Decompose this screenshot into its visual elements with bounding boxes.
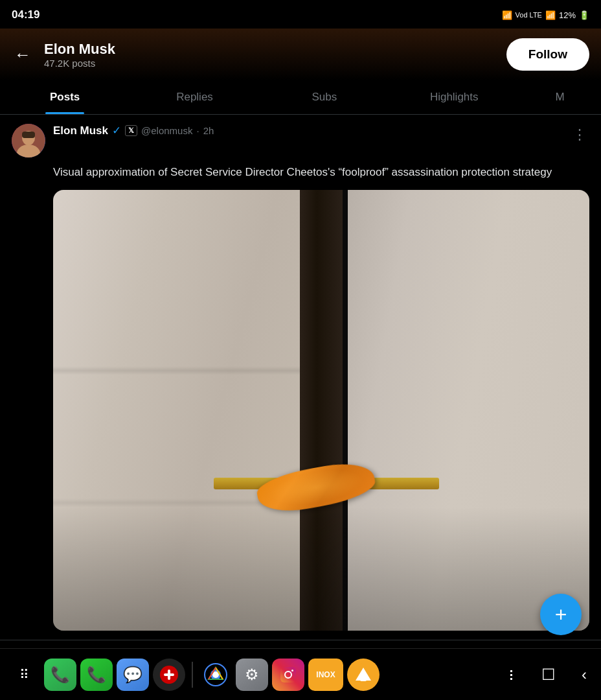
- profile-posts-count: 47.2K posts: [44, 58, 506, 69]
- signal-bars: 📶: [545, 10, 556, 20]
- author-name: Elon Musk: [53, 124, 108, 137]
- nav-controls: ⫶ ☐ ‹: [508, 666, 593, 684]
- follow-button[interactable]: Follow: [506, 38, 589, 71]
- tweet-meta: Elon Musk ✓ 𝕏 @elonmusk · 2h: [53, 124, 570, 137]
- cheeto: [257, 468, 375, 507]
- x-badge: 𝕏: [125, 125, 137, 136]
- nav-back-button[interactable]: ‹: [582, 666, 587, 684]
- signal-icon: 📶: [502, 10, 512, 20]
- tab-more[interactable]: M: [519, 80, 601, 114]
- svg-rect-10: [280, 667, 296, 682]
- back-button[interactable]: ←: [12, 42, 34, 67]
- signal-text: Vod LTE: [516, 11, 542, 19]
- battery-icon: 🔋: [579, 10, 589, 20]
- app-icon-phone[interactable]: 📞: [44, 659, 76, 691]
- app-icon-phone2[interactable]: 📞: [80, 659, 113, 691]
- app-icon-instagram[interactable]: [272, 659, 304, 691]
- app-icon-inox[interactable]: INOX: [308, 659, 343, 691]
- svg-rect-3: [22, 132, 35, 138]
- profile-tabs: Posts Replies Subs Highlights M: [0, 80, 601, 115]
- tab-posts[interactable]: Posts: [0, 80, 130, 114]
- tweet-separator: ·: [196, 125, 199, 136]
- profile-info: Elon Musk 47.2K posts: [44, 41, 506, 69]
- tweet-more-button[interactable]: ⋮: [570, 124, 589, 146]
- app-icon-messages[interactable]: 💬: [117, 659, 149, 691]
- svg-rect-15: [360, 678, 367, 681]
- tab-subs[interactable]: Subs: [260, 80, 389, 114]
- nav-menu-button[interactable]: ⫶: [508, 666, 516, 684]
- status-time: 04:19: [12, 8, 40, 21]
- battery-text: 12%: [559, 10, 576, 20]
- verified-badge: ✓: [112, 124, 121, 137]
- app-icon-chrome[interactable]: [199, 659, 232, 691]
- profile-name: Elon Musk: [44, 41, 506, 58]
- app-icons: ⠿ 📞 📞 💬 ⚙ INOX: [8, 659, 508, 691]
- bottom-navigation: ⠿ 📞 📞 💬 ⚙ INOX: [0, 648, 601, 700]
- tweet-card: Elon Musk ✓ 𝕏 @elonmusk · 2h ⋮ Visual ap…: [0, 115, 601, 640]
- tweet-text: Visual approximation of Secret Service D…: [12, 164, 589, 181]
- tab-highlights[interactable]: Highlights: [389, 80, 519, 114]
- svg-rect-6: [168, 670, 170, 680]
- tweet-author-row: Elon Musk ✓ 𝕏 @elonmusk · 2h: [53, 124, 570, 137]
- svg-point-12: [291, 670, 293, 671]
- app-icon-vlc[interactable]: [347, 659, 380, 691]
- compose-fab[interactable]: +: [540, 594, 582, 635]
- app-icon-grid[interactable]: ⠿: [8, 659, 40, 691]
- door-bottom: [53, 507, 589, 630]
- tweet-image: [53, 190, 589, 631]
- app-icon-settings[interactable]: ⚙: [236, 659, 268, 691]
- tweet-time: 2h: [203, 125, 214, 136]
- app-icon-red[interactable]: [153, 659, 185, 691]
- tweet-header: Elon Musk ✓ 𝕏 @elonmusk · 2h ⋮: [12, 124, 589, 158]
- post-image-content: [53, 190, 589, 631]
- divider: [192, 662, 193, 688]
- status-bar: 04:19 📶 Vod LTE 📶 12% 🔋: [0, 0, 601, 29]
- tab-replies[interactable]: Replies: [130, 80, 259, 114]
- avatar: [12, 124, 45, 158]
- status-icons: 📶 Vod LTE 📶 12% 🔋: [502, 10, 589, 20]
- nav-home-button[interactable]: ☐: [541, 666, 556, 684]
- profile-header: ← Elon Musk 47.2K posts Follow: [0, 29, 601, 80]
- author-handle: @elonmusk: [141, 125, 192, 136]
